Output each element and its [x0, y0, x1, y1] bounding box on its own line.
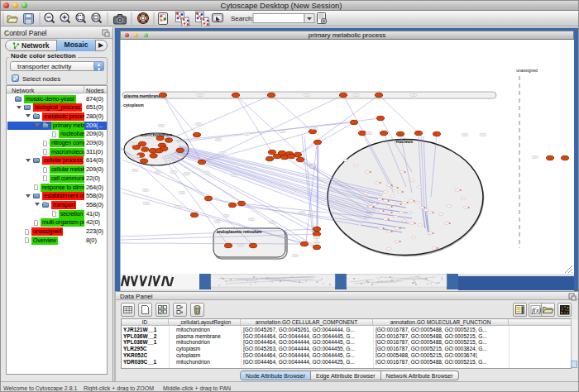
svg-text:f(x): f(x)	[532, 307, 541, 314]
svg-text:plasma membrane: plasma membrane	[124, 93, 160, 98]
svg-text:nucleus: nucleus	[396, 139, 414, 144]
svg-text:endoplasmic reticulum: endoplasmic reticulum	[217, 229, 262, 234]
svg-text:cytoplasm: cytoplasm	[123, 103, 144, 108]
svg-text:unassigned: unassigned	[516, 68, 538, 73]
svg-text:Search:: Search:	[231, 15, 254, 22]
